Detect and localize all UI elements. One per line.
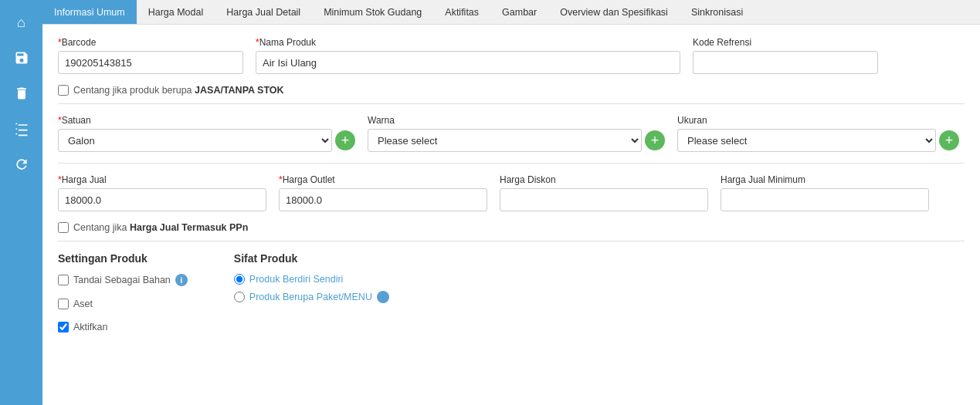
radio-paket-row: Produk Berupa Paket/MENU i [234,291,389,303]
harga-diskon-label: Harga Diskon [500,174,708,185]
radio-berdiri[interactable] [234,274,245,285]
kode-group: Kode Refrensi [693,37,878,74]
harga-diskon-group: Harga Diskon [500,174,708,211]
harga-outlet-label: *Harga Outlet [279,174,487,185]
sifat-produk-col: Sifat Produk Produk Berdiri Sendiri Prod… [234,252,389,339]
warna-add-button[interactable]: + [645,130,665,150]
checkbox-aktifkan[interactable] [58,322,69,332]
satuan-select-group: Galon Liter Pcs Kg + [58,129,355,152]
harga-outlet-input[interactable] [279,188,487,211]
barcode-input[interactable] [58,51,243,74]
radio-berdiri-row: Produk Berdiri Sendiri [234,274,389,285]
checkbox-ppn-row: Centang jika Harga Jual Termasuk PPn [58,222,965,233]
bahan-info-icon[interactable]: i [175,274,188,286]
form-area: *Barcode *Nama Produk Kode Refrensi Cent… [42,25,980,405]
warna-select-group: Please select + [368,129,665,152]
checkbox-aktifkan-row: Aktifkan [58,322,188,332]
checkbox-bahan[interactable] [58,275,69,285]
harga-min-input[interactable] [721,188,929,211]
tab-minimum-stok[interactable]: Minimum Stok Gudang [312,0,433,24]
checkbox-bahan-row: Tandai Sebagai Bahan i [58,274,188,286]
warna-label: Warna [368,115,665,126]
save-icon[interactable] [7,43,36,73]
satuan-add-button[interactable]: + [335,130,355,150]
checkbox-ppn[interactable] [58,222,69,233]
tab-sinkronisasi[interactable]: Sinkronisasi [680,0,754,24]
harga-outlet-group: *Harga Outlet [279,174,487,211]
sifat-radios: Produk Berdiri Sendiri Produk Berupa Pak… [234,274,389,303]
checkbox-ppn-label: Centang jika Harga Jual Termasuk PPn [73,222,248,233]
row-1: *Barcode *Nama Produk Kode Refrensi [58,37,965,74]
sifat-title: Sifat Produk [234,252,389,265]
ukuran-select[interactable]: Please select [677,129,936,152]
tab-aktifitas[interactable]: Aktifitas [433,0,490,24]
harga-jual-group: *Harga Jual [58,174,266,211]
tab-overview[interactable]: Overview dan Spesifikasi [548,0,680,24]
tab-harga-modal[interactable]: Harga Modal [137,0,215,24]
kode-label: Kode Refrensi [693,37,878,48]
row-2: *Satuan Galon Liter Pcs Kg + Warna Pleas… [58,115,965,152]
ukuran-add-button[interactable]: + [939,130,959,150]
delete-icon[interactable] [7,79,36,108]
ukuran-group: Ukuran Please select + [677,115,959,152]
row-3: *Harga Jual *Harga Outlet Harga Diskon H… [58,174,965,211]
settings-title: Settingan Produk [58,252,188,265]
satuan-select[interactable]: Galon Liter Pcs Kg [58,129,332,152]
sidebar: ⌂ [0,0,42,405]
refresh-icon[interactable] [7,150,36,179]
warna-group: Warna Please select + [368,115,665,152]
checkbox-aktifkan-label: Aktifkan [73,322,107,332]
radio-paket[interactable] [234,292,245,302]
home-icon[interactable]: ⌂ [7,8,36,37]
barcode-group: *Barcode [58,37,243,74]
tab-harga-jual-detail[interactable]: Harga Jual Detail [215,0,312,24]
radio-paket-label: Produk Berupa Paket/MENU [249,292,372,302]
ukuran-label: Ukuran [677,115,959,126]
harga-jual-input[interactable] [58,188,266,211]
checkbox-jasa-row: Centang jika produk berupa JASA/TANPA ST… [58,85,965,96]
checkbox-bahan-label: Tandai Sebagai Bahan [73,275,171,285]
checkbox-jasa[interactable] [58,85,69,96]
checkbox-aset-row: Aset [58,299,188,309]
checkbox-aset[interactable] [58,299,69,309]
harga-min-label: Harga Jual Minimum [721,174,929,185]
checkbox-jasa-label: Centang jika produk berupa JASA/TANPA ST… [73,85,284,96]
satuan-group: *Satuan Galon Liter Pcs Kg + [58,115,355,152]
radio-berdiri-label: Produk Berdiri Sendiri [249,274,344,285]
warna-select[interactable]: Please select [368,129,642,152]
harga-jual-label: *Harga Jual [58,174,266,185]
harga-min-group: Harga Jual Minimum [721,174,929,211]
settings-checkboxes: Tandai Sebagai Bahan i Aset Aktifkan [58,274,188,339]
ukuran-select-group: Please select + [677,129,959,152]
tab-gambar[interactable]: Gambar [490,0,548,24]
main-content: Informasi Umum Harga Modal Harga Jual De… [42,0,980,405]
settings-produk-col: Settingan Produk Tandai Sebagai Bahan i … [58,252,188,339]
barcode-label: *Barcode [58,37,243,48]
checkbox-aset-label: Aset [73,299,93,309]
kode-input[interactable] [693,51,878,74]
nama-label: *Nama Produk [256,37,680,48]
nama-input[interactable] [256,51,680,74]
nama-group: *Nama Produk [256,37,680,74]
paket-info-icon[interactable]: i [377,291,389,303]
tab-bar: Informasi Umum Harga Modal Harga Jual De… [42,0,980,25]
list-icon[interactable] [7,114,36,143]
harga-diskon-input[interactable] [500,188,708,211]
settings-section: Settingan Produk Tandai Sebagai Bahan i … [58,252,965,339]
satuan-label: *Satuan [58,115,355,126]
tab-informasi-umum[interactable]: Informasi Umum [42,0,137,24]
